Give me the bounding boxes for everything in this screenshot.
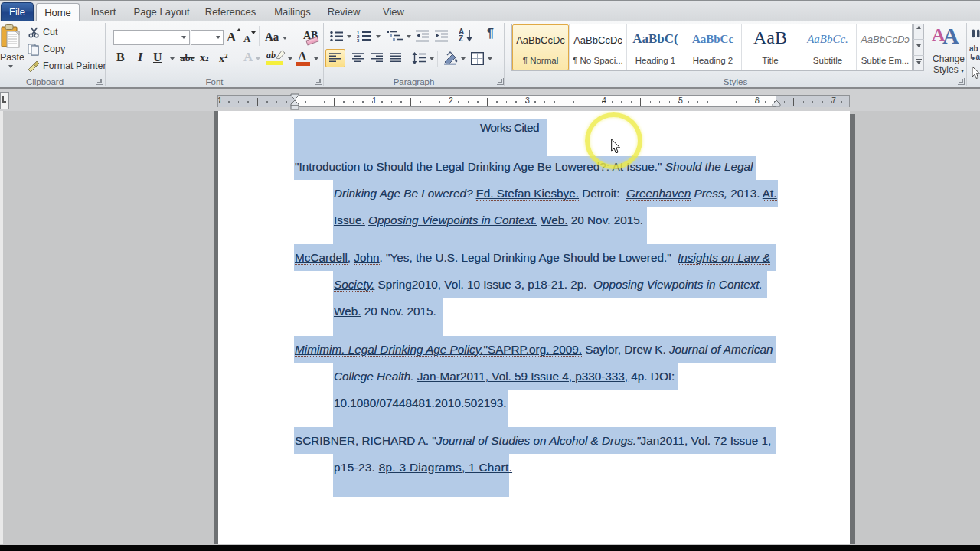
svg-text:3: 3: [357, 38, 360, 43]
